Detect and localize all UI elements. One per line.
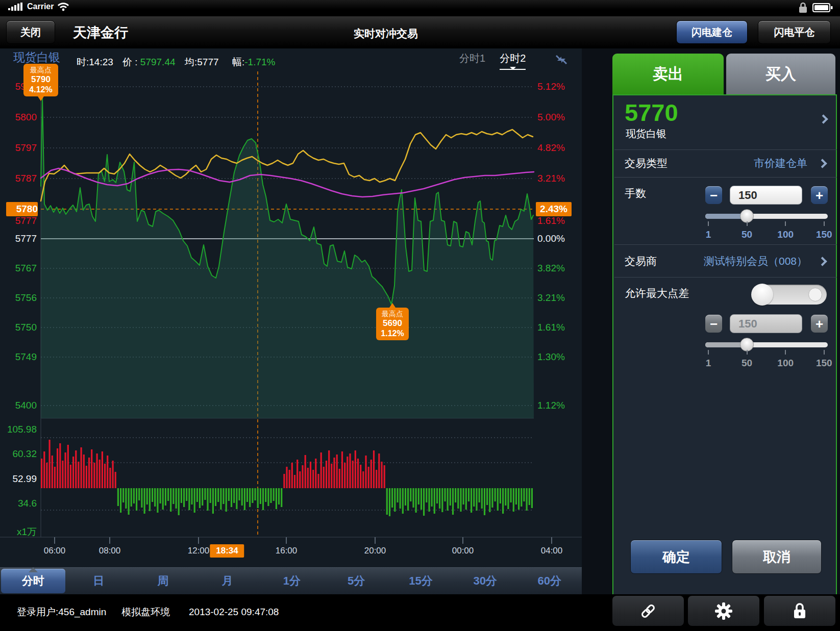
slider-tick <box>708 221 709 226</box>
percent-axis-label: 3.82% <box>537 263 565 274</box>
slider-tick-label: 1 <box>706 358 711 369</box>
slider-tick-label: 100 <box>777 229 794 240</box>
time-axis-label: 16:00 <box>276 546 298 556</box>
chevron-right-icon[interactable] <box>818 257 827 266</box>
order-price: 5770 <box>625 98 678 127</box>
period-tab-9[interactable]: 60分 <box>517 568 582 594</box>
time-axis-label: 08:00 <box>99 546 121 556</box>
tab-sell[interactable]: 卖出 <box>612 54 724 94</box>
settings-button[interactable] <box>688 596 759 626</box>
chevron-right-icon[interactable] <box>818 159 827 168</box>
cancel-button[interactable]: 取消 <box>732 540 822 574</box>
spread-slider-knob[interactable] <box>740 338 754 351</box>
trade-panel: 卖出 买入 5770 现货白银 交易类型 市价建仓单 手数 − 150 + <box>612 54 837 598</box>
price-axis-label: 5400 <box>0 400 37 411</box>
header: 关闭 天津金行 实时对冲交易 闪电建仓 闪电平仓 <box>0 16 840 48</box>
max-spread-toggle[interactable] <box>752 285 827 305</box>
lock-button[interactable] <box>764 596 835 626</box>
slider-tick-label: 150 <box>816 229 832 240</box>
slider-tick <box>824 221 825 226</box>
carrier-label: Carrier <box>27 2 54 11</box>
spread-minus-button[interactable]: − <box>705 315 722 333</box>
chevron-right-icon[interactable] <box>819 114 828 123</box>
slider-tick-label: 50 <box>742 358 752 369</box>
percent-axis-label: 0.00% <box>537 233 565 244</box>
quote-average: 均:5777 <box>185 56 219 69</box>
quote-change: 幅:-1.71% <box>232 56 275 69</box>
period-tab-8[interactable]: 30分 <box>453 568 517 594</box>
broker-value[interactable]: 测试特别会员（008） <box>704 254 807 268</box>
time-axis-label: 06:00 <box>44 546 66 556</box>
app-screen: Carrier 关闭 天津金行 实时对冲交易 闪电建仓 闪电平仓 <box>0 0 840 631</box>
spread-plus-button[interactable]: + <box>811 315 828 333</box>
collapse-arrows-icon[interactable] <box>554 53 569 67</box>
tab-buy[interactable]: 买入 <box>726 54 835 94</box>
low-point-callout: 最高点 5690 1.12% <box>376 308 409 340</box>
quote-time: 时:14:23 <box>77 56 113 69</box>
app-title: 天津金行 <box>73 23 128 42</box>
period-tab-5[interactable]: 1分 <box>260 568 324 594</box>
price-axis-label: 5777 <box>0 215 37 226</box>
flash-open-button[interactable]: 闪电建仓 <box>676 20 748 44</box>
trade-type-value[interactable]: 市价建仓单 <box>754 156 807 170</box>
slider-tick <box>747 350 748 355</box>
percent-axis-label: 2.43% <box>536 202 572 216</box>
price-axis-label: 5749 <box>0 351 37 363</box>
link-icon <box>639 602 657 620</box>
period-tab-7[interactable]: 15分 <box>388 568 453 594</box>
percent-axis-label: 5.00% <box>537 112 565 123</box>
percent-axis-label: 3.21% <box>537 292 565 304</box>
percent-axis-label: 1.61% <box>537 215 565 226</box>
battery-icon <box>812 3 833 13</box>
time-axis-label: 12:00 <box>188 546 210 556</box>
flash-close-button[interactable]: 闪电平仓 <box>758 20 831 44</box>
volume-axis-label: 52.99 <box>0 473 37 485</box>
price-axis-label: 5756 <box>0 292 37 304</box>
wifi-icon <box>57 2 69 11</box>
slider-tick-label: 50 <box>742 229 752 240</box>
price-axis-label: 5750 <box>0 322 37 333</box>
signal-bars-icon <box>8 3 23 11</box>
lots-minus-button[interactable]: − <box>705 186 722 204</box>
period-tab-2[interactable]: 日 <box>66 568 131 594</box>
percent-axis-label: 5.12% <box>537 81 565 92</box>
lots-input[interactable]: 150 <box>730 186 802 205</box>
trade-region: 卖出 买入 5770 现货白银 交易类型 市价建仓单 手数 − 150 + <box>582 48 840 594</box>
bottom-status-bar: 登录用户:456_admin 模拟盘环境 2013-02-25 09:47:08 <box>0 594 840 631</box>
spread-input[interactable]: 150 <box>730 314 802 333</box>
period-tab-6[interactable]: 5分 <box>324 568 388 594</box>
slider-tick <box>824 350 825 355</box>
link-button[interactable] <box>612 596 684 626</box>
tab-fenshi2[interactable]: 分时2 <box>500 52 526 70</box>
period-tab-3[interactable]: 周 <box>131 568 195 594</box>
quote-price: 价 : 5797.44 <box>122 56 176 69</box>
tab-fenshi1[interactable]: 分时1 <box>459 52 485 70</box>
percent-axis-label: 1.30% <box>537 351 565 363</box>
time-axis-label: 04:00 <box>541 546 563 556</box>
spread-slider[interactable] <box>705 342 828 347</box>
price-axis-label: 5787 <box>0 173 37 184</box>
trade-type-label: 交易类型 <box>625 156 668 170</box>
slider-tick-label: 1 <box>706 229 711 240</box>
slider-tick <box>747 221 748 226</box>
lots-plus-button[interactable]: + <box>811 186 828 204</box>
period-tab-bar: 分时日周月1分5分15分30分60分 <box>0 567 582 594</box>
period-tab-1[interactable]: 分时 <box>1 569 65 593</box>
percent-axis-label: 1.12% <box>537 400 565 411</box>
price-axis-label: 5777 <box>0 233 37 244</box>
slider-tick-label: 100 <box>777 358 794 369</box>
broker-label: 交易商 <box>625 254 657 268</box>
period-tab-4[interactable]: 月 <box>195 568 260 594</box>
time-axis-label: 20:00 <box>364 546 386 556</box>
close-button[interactable]: 关闭 <box>6 20 55 44</box>
max-spread-label: 允许最大点差 <box>625 286 689 300</box>
percent-axis-label: 3.21% <box>537 173 565 184</box>
percent-axis-label: 4.82% <box>537 142 565 154</box>
lots-slider-knob[interactable] <box>740 209 754 223</box>
datetime-label: 2013-02-25 09:47:08 <box>189 607 279 618</box>
confirm-button[interactable]: 确定 <box>630 540 722 574</box>
volume-axis-label: 34.6 <box>0 498 37 509</box>
lots-slider[interactable] <box>705 214 828 219</box>
slider-tick <box>785 350 786 355</box>
time-axis-label: 00:00 <box>452 546 474 556</box>
